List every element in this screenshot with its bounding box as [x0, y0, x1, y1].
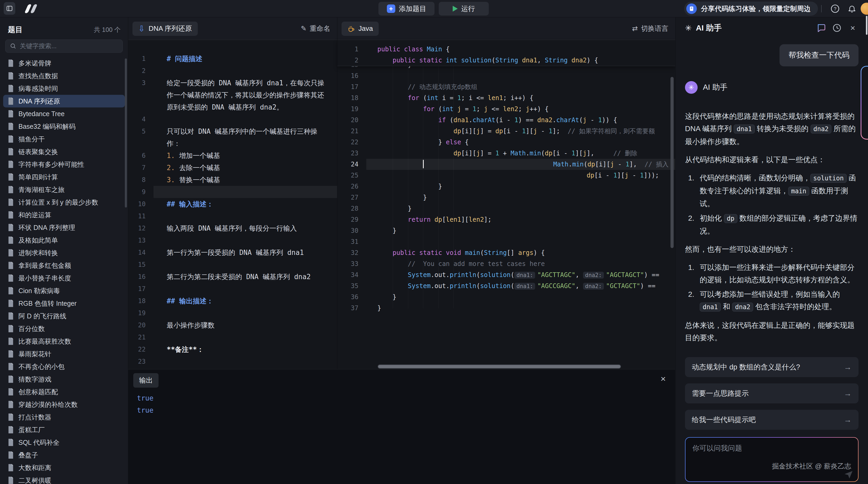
sidebar-item[interactable]: 大数和距离 — [3, 461, 125, 474]
sidebar-item[interactable]: 百分位数 — [3, 322, 125, 335]
floating-ai-handle[interactable] — [861, 66, 868, 140]
sidebar-item[interactable]: 最小替换子串长度 — [3, 272, 125, 284]
line-content: 输入两段 DNA 碱基序列，每段分一行输入 — [154, 222, 337, 234]
sidebar-item[interactable]: 字符串有多少种可能性 — [3, 158, 125, 171]
sidebar-item[interactable]: 二叉树供暖 — [3, 474, 125, 484]
code-line: 27 } — [337, 192, 675, 203]
sidebar-item[interactable]: 查找热点数据 — [3, 69, 125, 82]
problem-tab[interactable]: ⇩ DNA 序列还原 — [132, 22, 198, 36]
close-panel-icon[interactable]: × — [847, 22, 859, 34]
sidebar-item[interactable]: 穿越沙漠的补给次数 — [3, 398, 125, 411]
line-content: 只可以对 DNA 碱基序列中的一个碱基进行三种操作： — [154, 125, 337, 150]
code-line: 34 System.out.println(solution(dna1:"AGC… — [337, 269, 675, 280]
output-content: truetrue — [137, 392, 154, 416]
description-line: 2 — [128, 65, 337, 77]
line-content: 给定一段受损的 DNA 碱基序列 dna1，在每次只操作一个碱基的情况下，将其以… — [154, 77, 337, 113]
line-content — [154, 331, 337, 343]
switch-language-button[interactable]: ⇄ 切换语言 — [632, 24, 669, 33]
sidebar-item[interactable]: 猫鱼分干 — [3, 133, 125, 145]
suggestion-chip[interactable]: 给我一些代码提示吧→ — [685, 410, 859, 430]
document-icon — [7, 299, 14, 307]
sidebar-item[interactable]: 暴雨梨花针 — [3, 347, 125, 360]
sidebar-item[interactable]: 简单四则计算 — [3, 171, 125, 183]
promo-banner[interactable]: 分享代码练习体验，领限量定制周边 — [684, 2, 818, 16]
sidebar-scrollbar[interactable] — [125, 58, 127, 208]
rename-button[interactable]: ✎ 重命名 — [301, 24, 330, 33]
sidebar-item[interactable]: Cion 勒索病毒 — [3, 284, 125, 297]
sidebar-item[interactable]: 叠盘子 — [3, 449, 125, 461]
search-input[interactable] — [20, 42, 118, 50]
line-number: 18 — [337, 92, 366, 103]
sidebar-item-label: 拿到最多红包金额 — [19, 261, 71, 270]
sidebar-item[interactable]: 多米诺骨牌 — [3, 57, 125, 69]
search-box[interactable] — [5, 39, 123, 53]
notifications-button[interactable] — [846, 3, 858, 14]
sidebar-item[interactable]: DNA 序列还原 — [3, 95, 125, 108]
paper-plane-icon — [843, 469, 854, 480]
line-number: 14 — [128, 246, 154, 259]
code-line: 30 } — [337, 225, 675, 236]
sidebar-item[interactable]: 创意标题匹配 — [3, 386, 125, 398]
sidebar-item[interactable]: 比赛最高获胜次数 — [3, 335, 125, 347]
sidebar-item[interactable]: 拿到最多红包金额 — [3, 259, 125, 272]
description-line: 5只可以对 DNA 碱基序列中的一个碱基进行三种操作： — [128, 125, 337, 150]
document-icon — [7, 363, 14, 370]
code-line: 21 dp[i][j] = dp[i - 1][j - 1]; // 如果字符相… — [337, 126, 675, 137]
code-horizontal-scrollbar[interactable] — [378, 364, 621, 369]
sidebar-item[interactable]: 猜数字游戏 — [3, 373, 125, 386]
ai-paragraph: 这段代码整体的思路是使用动态规划来计算将受损的 DNA 碱基序列 dna1 转换… — [685, 110, 859, 148]
line-content: public class Main { — [366, 44, 675, 55]
suggestion-chip[interactable]: 动态规划中 dp 数组的含义是什么?→ — [685, 357, 859, 377]
line-number: 4 — [128, 113, 154, 125]
line-number: 2 — [337, 55, 366, 66]
code-vertical-scrollbar[interactable] — [671, 77, 674, 248]
output-tab[interactable]: 输出 — [133, 373, 158, 388]
ai-chat-input[interactable]: 你可以问我问题 掘金技术社区 @ 薪炎乙志 — [685, 437, 859, 482]
suggestion-chip[interactable]: 需要一点思路提示→ — [685, 384, 859, 403]
sidebar-item[interactable]: 及格如此简单 — [3, 234, 125, 246]
sidebar-toggle-button[interactable] — [4, 2, 15, 15]
line-content: } — [366, 66, 675, 70]
sidebar-item[interactable]: 和的逆运算 — [3, 209, 125, 221]
line-number: 1 — [128, 53, 154, 65]
sidebar-item[interactable]: 进制求和转换 — [3, 246, 125, 259]
sidebar-item[interactable]: 链表聚集交换 — [3, 145, 125, 158]
sidebar-item[interactable]: 不再贪心的小包 — [3, 360, 125, 373]
new-chat-button[interactable] — [815, 22, 827, 34]
sidebar-item-label: SQL 代码补全 — [19, 438, 60, 447]
language-tab[interactable]: Java — [342, 22, 379, 36]
history-button[interactable] — [831, 22, 843, 34]
line-number: 22 — [337, 137, 366, 148]
sidebar-item[interactable]: 环状 DNA 序列整理 — [3, 221, 125, 234]
line-content — [154, 283, 337, 295]
document-icon — [7, 249, 14, 257]
sidebar-item[interactable]: 青海湖租车之旅 — [3, 183, 125, 196]
document-icon — [7, 186, 14, 193]
sidebar-item-label: 计算位置 x 到 y 的最少步数 — [19, 198, 98, 207]
sidebar-item[interactable]: 病毒感染时间 — [3, 82, 125, 95]
line-content — [154, 186, 337, 198]
line-number: 12 — [128, 222, 154, 234]
input-placeholder: 你可以问我问题 — [692, 444, 742, 453]
document-icon — [7, 160, 14, 168]
description-line: 3给定一段受损的 DNA 碱基序列 dna1，在每次只操作一个碱基的情况下，将其… — [128, 77, 337, 113]
help-button[interactable]: ? — [830, 3, 841, 14]
sidebar-item-label: 最小替换子串长度 — [19, 274, 71, 282]
add-problem-button[interactable]: + 添加题目 — [378, 2, 435, 16]
line-number: 5 — [128, 125, 154, 150]
sidebar-item[interactable]: 蛋糕工厂 — [3, 423, 125, 436]
sidebar-item[interactable]: Base32 编码和解码 — [3, 120, 125, 133]
output-close-icon[interactable]: × — [660, 374, 666, 383]
sidebar-item[interactable]: 计算位置 x 到 y 的最少步数 — [3, 196, 125, 209]
run-button[interactable]: 运行 — [439, 2, 489, 16]
sidebar-title: 题目 — [8, 25, 23, 35]
page-scrollbar[interactable] — [866, 16, 867, 35]
user-avatar[interactable] — [861, 3, 868, 15]
sidebar-item[interactable]: RGB 色值转 Integer — [3, 297, 125, 310]
sidebar-item[interactable]: 打点计数器 — [3, 411, 125, 423]
help-icon: ? — [830, 4, 840, 13]
sidebar-item-label: 和的逆运算 — [19, 211, 51, 219]
sidebar-item[interactable]: SQL 代码补全 — [3, 436, 125, 449]
sidebar-item[interactable]: Bytedance Tree — [3, 108, 125, 120]
sidebar-item[interactable]: 阿 D 的飞行路线 — [3, 310, 125, 322]
